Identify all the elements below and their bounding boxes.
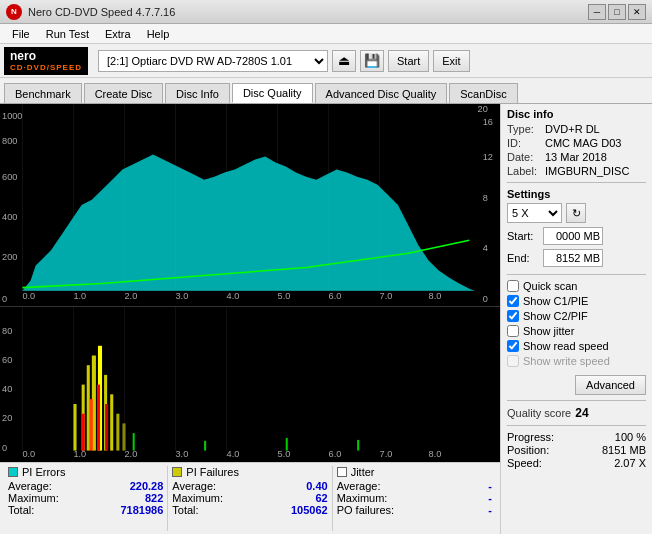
start-mb-row: Start: <box>507 227 646 245</box>
pi-errors-total-value: 7181986 <box>121 504 164 516</box>
svg-text:0: 0 <box>483 294 488 304</box>
drive-select[interactable]: [2:1] Optiarc DVD RW AD-7280S 1.01 <box>98 50 328 72</box>
exit-button[interactable]: Exit <box>433 50 469 72</box>
svg-text:1.0: 1.0 <box>73 449 86 459</box>
tab-advanced-disc-quality[interactable]: Advanced Disc Quality <box>315 83 448 103</box>
jitter-col: Jitter Average: - Maximum: - PO failures… <box>333 466 496 531</box>
menu-run-test[interactable]: Run Test <box>38 27 97 41</box>
show-read-speed-checkbox[interactable] <box>507 340 519 352</box>
quick-scan-label: Quick scan <box>523 280 577 292</box>
pi-errors-max-label: Maximum: <box>8 492 59 504</box>
pi-errors-avg-label: Average: <box>8 480 52 492</box>
svg-rect-58 <box>122 423 125 450</box>
end-label: End: <box>507 252 539 264</box>
close-button[interactable]: ✕ <box>628 4 646 20</box>
pi-failures-max-value: 62 <box>315 492 327 504</box>
progress-section: Progress: 100 % Position: 8151 MB Speed:… <box>507 431 646 469</box>
disc-date-label: Date: <box>507 151 543 163</box>
svg-rect-64 <box>204 441 206 451</box>
svg-rect-60 <box>90 399 93 450</box>
svg-text:12: 12 <box>483 153 493 163</box>
disc-type-label: Type: <box>507 123 543 135</box>
chart-panel: 0 200 400 600 800 1000 0 4 8 12 16 20 0.… <box>0 104 500 534</box>
maximize-button[interactable]: □ <box>608 4 626 20</box>
start-label: Start: <box>507 230 539 242</box>
svg-text:6.0: 6.0 <box>329 449 342 459</box>
svg-rect-61 <box>97 384 100 450</box>
progress-value: 100 % <box>615 431 646 443</box>
title-buttons: ─ □ ✕ <box>588 4 646 20</box>
pi-failures-total-value: 105062 <box>291 504 328 516</box>
tab-disc-quality[interactable]: Disc Quality <box>232 83 313 103</box>
toolbar: nero CD·DVD/SPEED [2:1] Optiarc DVD RW A… <box>0 44 652 78</box>
svg-text:7.0: 7.0 <box>380 449 393 459</box>
svg-text:20: 20 <box>2 413 12 423</box>
title-text: Nero CD-DVD Speed 4.7.7.16 <box>28 6 175 18</box>
pi-errors-col: PI Errors Average: 220.28 Maximum: 822 T… <box>4 466 168 531</box>
progress-row: Progress: 100 % <box>507 431 646 443</box>
menu-extra[interactable]: Extra <box>97 27 139 41</box>
svg-rect-52 <box>87 365 90 450</box>
svg-text:16: 16 <box>483 117 493 127</box>
svg-text:8.0: 8.0 <box>429 449 442 459</box>
show-jitter-checkbox[interactable] <box>507 325 519 337</box>
end-input[interactable] <box>543 249 603 267</box>
tab-benchmark[interactable]: Benchmark <box>4 83 82 103</box>
svg-text:7.0: 7.0 <box>380 291 393 301</box>
disc-label-row: Label: IMGBURN_DISC <box>507 165 646 177</box>
svg-text:8.0: 8.0 <box>429 291 442 301</box>
jitter-max-value: - <box>488 492 492 504</box>
tab-disc-info[interactable]: Disc Info <box>165 83 230 103</box>
speed-select[interactable]: 5 X <box>507 203 562 223</box>
tab-create-disc[interactable]: Create Disc <box>84 83 163 103</box>
start-input[interactable] <box>543 227 603 245</box>
jitter-avg-value: - <box>488 480 492 492</box>
show-c1pie-checkbox[interactable] <box>507 295 519 307</box>
position-row: Position: 8151 MB <box>507 444 646 456</box>
svg-rect-62 <box>105 404 108 451</box>
svg-text:0.0: 0.0 <box>22 291 35 301</box>
pi-failures-avg-label: Average: <box>172 480 216 492</box>
save-button[interactable]: 💾 <box>360 50 384 72</box>
tab-scan-disc[interactable]: ScanDisc <box>449 83 517 103</box>
quick-scan-checkbox[interactable] <box>507 280 519 292</box>
svg-text:8: 8 <box>483 193 488 203</box>
menu-help[interactable]: Help <box>139 27 178 41</box>
show-write-speed-checkbox[interactable] <box>507 355 519 367</box>
top-chart-svg: 0 200 400 600 800 1000 0 4 8 12 16 20 0.… <box>0 104 500 306</box>
quality-score-value: 24 <box>575 406 588 420</box>
advanced-button[interactable]: Advanced <box>575 375 646 395</box>
speed-label: Speed: <box>507 457 542 469</box>
disc-type-value: DVD+R DL <box>545 123 600 135</box>
show-c2pif-checkbox[interactable] <box>507 310 519 322</box>
show-jitter-label: Show jitter <box>523 325 574 337</box>
jitter-color <box>337 467 347 477</box>
quick-scan-row: Quick scan <box>507 280 646 292</box>
svg-rect-65 <box>286 438 288 451</box>
show-c1pie-row: Show C1/PIE <box>507 295 646 307</box>
jitter-label: Jitter <box>351 466 375 478</box>
tabs: Benchmark Create Disc Disc Info Disc Qua… <box>0 78 652 104</box>
start-button[interactable]: Start <box>388 50 429 72</box>
pi-failures-avg-value: 0.40 <box>306 480 327 492</box>
show-c2pif-row: Show C2/PIF <box>507 310 646 322</box>
show-read-speed-label: Show read speed <box>523 340 609 352</box>
show-write-speed-label: Show write speed <box>523 355 610 367</box>
pi-errors-color <box>8 467 18 477</box>
menu-file[interactable]: File <box>4 27 38 41</box>
minimize-button[interactable]: ─ <box>588 4 606 20</box>
refresh-button[interactable]: ↻ <box>566 203 586 223</box>
eject-button[interactable]: ⏏ <box>332 50 356 72</box>
svg-text:40: 40 <box>2 384 12 394</box>
svg-text:5.0: 5.0 <box>278 449 291 459</box>
svg-text:3.0: 3.0 <box>176 291 189 301</box>
svg-text:200: 200 <box>2 252 17 262</box>
svg-text:5.0: 5.0 <box>278 291 291 301</box>
svg-text:60: 60 <box>2 355 12 365</box>
svg-text:4.0: 4.0 <box>227 449 240 459</box>
pi-failures-max-label: Maximum: <box>172 492 223 504</box>
settings-title: Settings <box>507 188 646 200</box>
jitter-po-label: PO failures: <box>337 504 394 516</box>
show-jitter-row: Show jitter <box>507 325 646 337</box>
jitter-avg-label: Average: <box>337 480 381 492</box>
